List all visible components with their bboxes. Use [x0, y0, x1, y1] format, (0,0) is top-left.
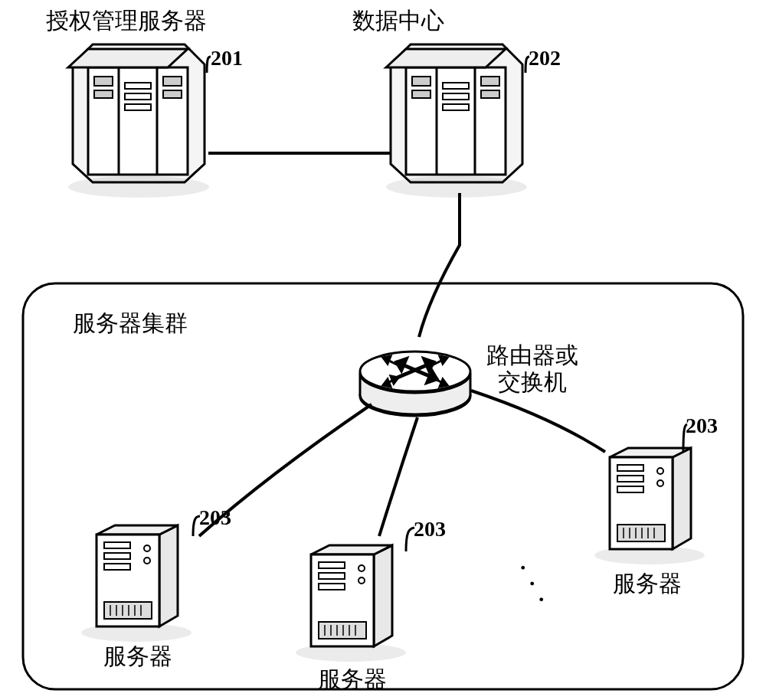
diagram-stage: 授权管理服务器 数据中心 201 202 服务器集群 路由器或 交换机 203 …: [0, 0, 766, 700]
link-router-server-right: [471, 391, 605, 452]
router-icon: [360, 352, 470, 416]
server-left-icon: [81, 525, 192, 642]
server-right-icon: [594, 448, 705, 564]
link-router-server-mid: [379, 417, 417, 536]
data-center-icon: [386, 44, 527, 198]
auth-server-icon: [68, 44, 209, 198]
link-202-router: [419, 193, 460, 337]
link-router-server-left: [199, 404, 372, 536]
diagram-svg: [0, 0, 766, 700]
server-mid-icon: [296, 545, 406, 662]
